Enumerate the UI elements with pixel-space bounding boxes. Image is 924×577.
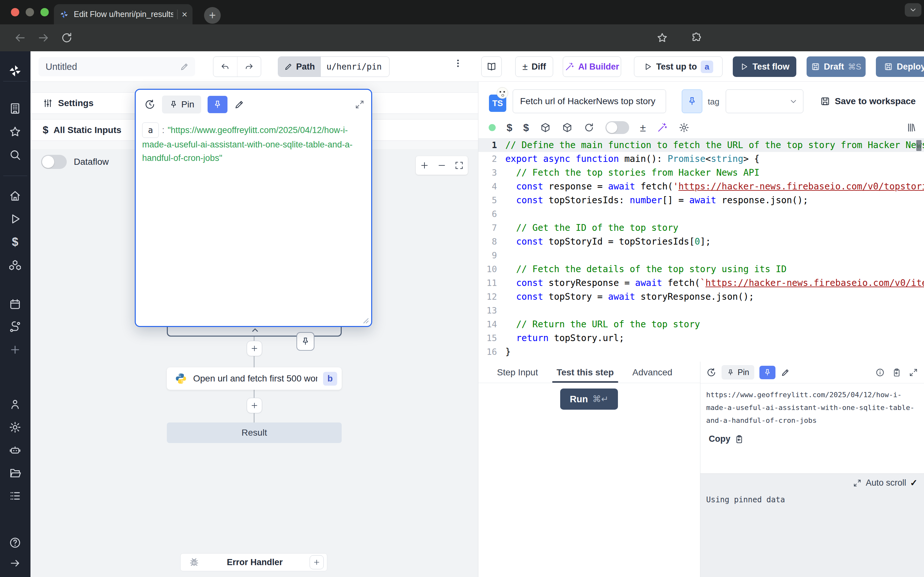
extensions-icon[interactable] xyxy=(690,31,703,44)
code-line[interactable]: 11 const storyResponse = await fetch(`ht… xyxy=(478,276,924,290)
code-line[interactable]: 8 const topStoryId = topStoriesIds[0]; xyxy=(478,235,924,248)
output-url-value[interactable]: https://www.geoffreylitt.com/2025/04/12/… xyxy=(706,388,918,427)
draft-button[interactable]: Draft ⌘S xyxy=(806,56,866,77)
sidebar-item-schedules[interactable] xyxy=(8,297,23,311)
reload-icon[interactable] xyxy=(60,31,73,44)
variables-icon[interactable]: $ xyxy=(507,122,512,134)
dataflow-toggle[interactable] xyxy=(41,155,67,169)
run-button[interactable]: Run ⌘↵ xyxy=(560,388,618,410)
code-line[interactable]: 3 // Fetch the top stories from Hacker N… xyxy=(478,166,924,179)
tab-advanced[interactable]: Advanced xyxy=(632,367,672,383)
code-line[interactable]: 7 // Get the ID of the top story xyxy=(478,221,924,235)
ai-wand-icon[interactable] xyxy=(657,122,668,133)
docs-button[interactable] xyxy=(481,56,502,77)
path-button[interactable]: Path u/henri/pin xyxy=(278,56,389,77)
pin-active-button[interactable] xyxy=(208,96,228,113)
sidebar-item-workers[interactable] xyxy=(8,443,23,458)
tag-select[interactable] xyxy=(726,89,803,113)
copy-button[interactable]: Copy xyxy=(706,434,918,444)
code-line[interactable]: 16} xyxy=(478,345,924,359)
history-icon[interactable] xyxy=(144,99,156,110)
diff-mode-toggle[interactable] xyxy=(606,121,629,134)
forward-icon[interactable] xyxy=(37,31,50,44)
node-a-pin-badge[interactable] xyxy=(296,332,314,351)
step-name-input[interactable] xyxy=(513,89,666,113)
info-icon[interactable] xyxy=(875,367,885,377)
sidebar-item-home[interactable] xyxy=(8,189,23,203)
sidebar-item-search[interactable] xyxy=(8,147,23,162)
edit-pencil-icon[interactable] xyxy=(180,62,189,71)
history-icon[interactable] xyxy=(706,367,716,378)
sidebar-item-favorites[interactable] xyxy=(8,124,23,139)
sidebar-item-settings[interactable] xyxy=(8,420,23,435)
insert-step-button[interactable] xyxy=(247,398,262,413)
sidebar-item-runs[interactable] xyxy=(8,211,23,226)
deploy-button[interactable]: Deploy xyxy=(876,56,924,77)
code-line[interactable]: 9 xyxy=(478,248,924,262)
package-icon[interactable] xyxy=(562,122,573,133)
zoom-in-icon[interactable] xyxy=(420,161,429,170)
window-close-button[interactable] xyxy=(11,8,19,16)
add-error-handler-button[interactable] xyxy=(310,555,324,569)
step-pin-button[interactable] xyxy=(682,89,702,113)
expand-logs-icon[interactable] xyxy=(853,479,862,488)
code-line[interactable]: 12 const topStory = await storyResponse.… xyxy=(478,290,924,303)
sidebar-item-resources[interactable] xyxy=(8,258,23,272)
undo-button[interactable] xyxy=(213,57,237,77)
tab-test-this-step[interactable]: Test this step xyxy=(557,367,614,383)
sidebar-item-flows[interactable] xyxy=(8,319,23,334)
contextual-variables-icon[interactable]: $ xyxy=(523,122,529,134)
browser-tab[interactable]: Edit Flow u/henri/pin_results × xyxy=(54,4,192,24)
code-line[interactable]: 5 const topStoriesIds: number[] = await … xyxy=(478,193,924,207)
code-editor[interactable]: 1// Define the main function to fetch th… xyxy=(478,138,924,362)
code-line[interactable]: 14 // Return the URL of the top story xyxy=(478,318,924,331)
editor-settings-gear-icon[interactable] xyxy=(678,122,690,133)
window-zoom-button[interactable] xyxy=(40,8,49,16)
code-line[interactable]: 13 xyxy=(478,303,924,318)
reload-script-icon[interactable] xyxy=(583,122,594,133)
flow-node-result[interactable]: Result xyxy=(167,422,342,443)
test-up-to-button[interactable]: Test up to a xyxy=(634,56,722,77)
code-line[interactable]: 15 return topStory.url; xyxy=(478,331,924,345)
output-pin-tab-button[interactable]: Pin xyxy=(722,365,754,380)
sidebar-collapse-icon[interactable] xyxy=(8,556,23,571)
tab-step-input[interactable]: Step Input xyxy=(497,367,538,383)
error-handler-node[interactable]: Error Handler xyxy=(180,553,327,571)
plus-minus-icon[interactable]: ± xyxy=(640,121,646,134)
sidebar-item-logs[interactable] xyxy=(8,488,23,503)
sidebar-item-workspace[interactable] xyxy=(8,101,23,116)
editor-scrollbar-thumb[interactable] xyxy=(916,140,921,151)
flow-node-b[interactable]: Open url and fetch first 500 words of ..… xyxy=(167,367,342,390)
output-pin-active-button[interactable] xyxy=(759,366,775,379)
auto-scroll-control[interactable]: Auto scroll ✓ xyxy=(706,478,918,488)
resize-handle-icon[interactable] xyxy=(361,316,369,324)
edit-pin-pencil-icon[interactable] xyxy=(234,99,245,110)
sidebar-item-variables[interactable]: $ xyxy=(8,235,23,250)
code-line[interactable]: 10 // Fetch the details of the top story… xyxy=(478,262,924,276)
diff-button[interactable]: ± Diff xyxy=(515,56,553,77)
ai-builder-button[interactable]: AI Builder xyxy=(563,56,621,77)
chrome-chevron-down-icon[interactable] xyxy=(905,3,921,17)
sidebar-item-users[interactable] xyxy=(8,397,23,412)
tab-close-icon[interactable]: × xyxy=(182,10,187,19)
sidebar-item-add[interactable] xyxy=(8,342,23,357)
insert-step-button[interactable] xyxy=(247,341,262,356)
code-line[interactable]: 1// Define the main function to fetch th… xyxy=(478,138,924,152)
back-icon[interactable] xyxy=(13,31,26,44)
zoom-out-icon[interactable] xyxy=(437,161,447,170)
expand-output-icon[interactable] xyxy=(909,367,918,377)
sidebar-item-folders[interactable] xyxy=(8,466,23,480)
flow-summary-input[interactable]: Untitled xyxy=(39,57,195,76)
test-flow-button[interactable]: Test flow xyxy=(733,56,796,77)
code-line[interactable]: 4 const response = await fetch('https://… xyxy=(478,179,924,193)
clipboard-copy-icon[interactable] xyxy=(892,367,901,377)
auto-scroll-checkmark[interactable]: ✓ xyxy=(910,478,918,488)
code-line[interactable]: 2export async function main(): Promise<s… xyxy=(478,152,924,166)
redo-button[interactable] xyxy=(237,57,261,77)
new-tab-button[interactable]: + xyxy=(204,7,221,24)
package-icon[interactable] xyxy=(540,122,551,133)
save-to-workspace-button[interactable]: Save to workspace xyxy=(820,92,916,111)
code-line[interactable]: 6 xyxy=(478,207,924,221)
expand-popup-icon[interactable] xyxy=(355,99,365,110)
fit-view-icon[interactable] xyxy=(454,161,464,170)
